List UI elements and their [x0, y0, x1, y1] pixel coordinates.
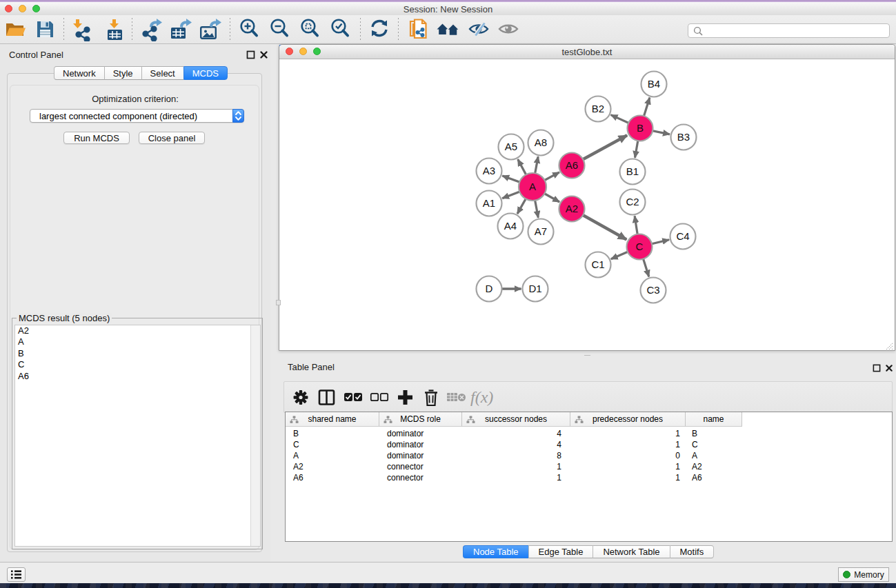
cell-shared-name: A6 [286, 472, 379, 483]
result-item[interactable]: A [15, 336, 260, 347]
cell-name: C [686, 439, 742, 450]
node-label-A4: A4 [504, 220, 517, 232]
result-item[interactable]: B [15, 348, 260, 359]
tab-mcds[interactable]: MCDS [183, 66, 228, 80]
network-graph[interactable]: B4B2BB3A8A5A6A3B1AC2A1A2A4A7C4CC1C3DD1 [279, 60, 895, 350]
control-panel-tabs: NetworkStyleSelectMCDS [54, 66, 228, 80]
cell-successor-nodes: 4 [462, 428, 570, 439]
application-window: Session: New Session [0, 2, 896, 583]
import-table-icon[interactable] [103, 18, 126, 41]
cell-successor-nodes: 1 [462, 472, 570, 483]
node-label-B4: B4 [648, 78, 660, 90]
cell-shared-name: B [286, 428, 379, 439]
cell-name: A6 [686, 472, 742, 483]
table-row-C[interactable]: Cdominator41C [286, 439, 892, 450]
zoom-window-button[interactable] [32, 5, 40, 12]
minimize-network-button[interactable] [299, 48, 307, 55]
criterion-select[interactable]: largest connected component (directed) [30, 109, 244, 123]
node-label-C1: C1 [591, 258, 604, 270]
tab-node-table[interactable]: Node Table [463, 545, 528, 558]
node-label-A8: A8 [535, 136, 547, 148]
column-header-MCDS-role[interactable]: MCDS role [379, 412, 462, 427]
export-table-icon[interactable] [169, 18, 192, 41]
tab-network[interactable]: Network [54, 66, 104, 80]
apply-layout-icon[interactable] [369, 18, 390, 41]
zoom-fit-icon[interactable] [299, 18, 320, 41]
new-network-from-selection-icon[interactable] [408, 18, 429, 41]
column-header-name[interactable]: name [686, 412, 742, 427]
memory-button[interactable]: Memory [838, 567, 889, 582]
result-item[interactable]: A2 [15, 325, 260, 336]
table-row-A2[interactable]: A2connector11A2 [286, 461, 892, 472]
unselect-all-columns-icon[interactable] [370, 392, 389, 411]
column-header-successor-nodes[interactable]: successor nodes [462, 412, 570, 427]
zoom-network-button[interactable] [313, 48, 321, 55]
mcds-result-list[interactable]: A2ABCA6 [14, 325, 261, 547]
node-label-C4: C4 [676, 230, 689, 242]
close-network-button[interactable] [286, 48, 293, 55]
table-options-icon[interactable] [292, 388, 310, 407]
status-bar: Memory [0, 562, 896, 583]
node-table[interactable]: shared nameMCDS rolesuccessor nodesprede… [285, 412, 893, 542]
close-table-panel-icon[interactable] [885, 363, 894, 372]
tab-edge-table[interactable]: Edge Table [528, 545, 593, 558]
close-window-button[interactable] [5, 5, 12, 12]
search-input[interactable] [688, 23, 890, 38]
run-mcds-button[interactable]: Run MCDS [63, 132, 130, 144]
edit-column-icon [575, 416, 584, 424]
mcds-result-title: MCDS result (5 nodes) [17, 313, 112, 323]
export-image-icon[interactable] [199, 18, 222, 41]
create-column-icon[interactable] [396, 388, 415, 407]
delete-columns-icon[interactable] [422, 388, 440, 407]
edit-column-icon [290, 416, 299, 424]
node-label-C2: C2 [626, 196, 639, 207]
show-column-icon[interactable] [317, 388, 336, 407]
table-row-B[interactable]: Bdominator41B [286, 428, 892, 439]
vertical-splitter-handle[interactable] [276, 300, 281, 305]
cell-MCDS-role: dominator [379, 439, 462, 450]
table-row-A6[interactable]: A6connector11A6 [286, 472, 892, 483]
export-network-icon[interactable] [140, 18, 163, 41]
zoom-selected-icon[interactable] [330, 18, 350, 41]
hide-selected-icon[interactable] [467, 18, 490, 41]
select-all-columns-icon[interactable] [344, 392, 363, 411]
cell-predecessor-nodes: 1 [570, 461, 686, 472]
toolbar-separator [360, 18, 361, 42]
node-label-A1: A1 [483, 197, 495, 209]
close-panel-icon[interactable] [259, 50, 268, 59]
zoom-out-icon[interactable] [269, 18, 290, 41]
tab-select[interactable]: Select [141, 66, 183, 80]
column-header-predecessor-nodes[interactable]: predecessor nodes [570, 412, 686, 427]
table-panel-tabs: Node TableEdge TableNetwork TableMotifs [463, 545, 714, 558]
select-stepper-icon [232, 109, 244, 123]
close-panel-button[interactable]: Close panel [139, 132, 205, 144]
result-item[interactable]: A6 [15, 371, 260, 382]
float-panel-icon[interactable] [246, 50, 255, 59]
tab-network-table[interactable]: Network Table [593, 545, 669, 558]
toolbar-separator [230, 18, 230, 42]
optimization-criterion-label: Optimization criterion: [0, 94, 270, 104]
tab-motifs[interactable]: Motifs [670, 545, 715, 558]
cell-successor-nodes: 8 [462, 450, 570, 461]
result-scrollbar[interactable] [250, 325, 260, 546]
minimize-window-button[interactable] [19, 5, 26, 12]
column-header-shared-name[interactable]: shared name [286, 412, 379, 427]
node-label-B: B [637, 122, 644, 134]
table-row-A[interactable]: Adominator80A [286, 450, 892, 461]
tab-style[interactable]: Style [104, 66, 141, 80]
result-item[interactable]: C [15, 359, 260, 370]
search-icon [693, 26, 704, 37]
show-panels-button[interactable] [7, 567, 26, 582]
open-file-icon[interactable] [4, 18, 27, 41]
show-all-icon[interactable] [497, 18, 519, 41]
import-network-icon[interactable] [71, 18, 92, 41]
resize-grip-icon[interactable] [885, 341, 894, 349]
zoom-in-icon[interactable] [239, 18, 259, 41]
node-label-C: C [636, 241, 644, 252]
cell-shared-name: A [286, 450, 379, 461]
first-neighbors-icon[interactable] [437, 18, 460, 41]
float-table-panel-icon[interactable] [873, 363, 882, 372]
cell-name: A2 [686, 461, 742, 472]
save-session-icon[interactable] [34, 18, 55, 41]
network-titlebar: testGlobe.txt [279, 45, 895, 59]
